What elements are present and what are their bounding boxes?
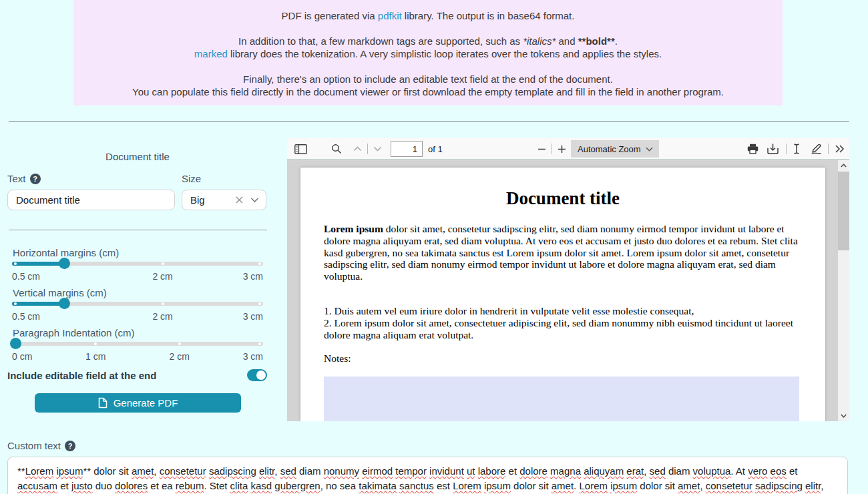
pdf-document-title: Document title — [300, 188, 825, 209]
slider-handle[interactable] — [59, 258, 70, 269]
slider-tick — [162, 262, 164, 265]
slider-tick — [14, 262, 17, 265]
tick-label: 3 cm — [243, 351, 263, 362]
custom-text-label-row: Custom text ? — [7, 440, 75, 451]
slider-label-horizontal-margins: Horizontal margins (cm) — [13, 247, 119, 258]
tick-label: 0.5 cm — [12, 311, 40, 322]
panel-divider — [9, 230, 267, 230]
pdf-toolbar: of 1 Automatic Zoom — [287, 138, 849, 160]
pdf-list: 1. Duis autem vel eum iriure dolor in he… — [324, 305, 801, 340]
zoom-in-button[interactable] — [553, 138, 570, 160]
slider-tick — [94, 342, 97, 345]
viewer-scrollbar[interactable] — [838, 160, 849, 421]
text-field-label: Text — [7, 173, 26, 184]
slider-tick — [258, 342, 261, 345]
info-paragraph-3: Finally, there's an option to include an… — [73, 73, 783, 98]
zoom-level-select[interactable]: Automatic Zoom — [571, 140, 659, 158]
slider-tick — [178, 342, 181, 345]
toolbar-separator — [786, 144, 787, 154]
custom-text-label: Custom text — [7, 440, 61, 451]
scrollbar-thumb[interactable] — [838, 172, 849, 250]
slider-tick — [162, 302, 164, 305]
size-field-label: Size — [182, 173, 201, 184]
zoom-out-button[interactable] — [533, 138, 550, 160]
annotate-pen-button[interactable] — [807, 138, 825, 160]
slider-tick-labels: 0.5 cm 2 cm 3 cm — [12, 271, 263, 282]
tick-label: 3 cm — [243, 311, 263, 322]
generate-pdf-button[interactable]: Generate PDF — [35, 393, 241, 413]
save-button[interactable] — [763, 138, 782, 160]
slider-tick-labels: 0.5 cm 2 cm 3 cm — [12, 311, 263, 322]
help-icon[interactable]: ? — [65, 441, 75, 451]
info-p2-text: In addition to that, a few markdown tags… — [238, 35, 523, 47]
pdf-page: Document title Lorem ipsum dolor sit ame… — [300, 168, 825, 421]
more-tools-button[interactable] — [830, 138, 849, 160]
toolbar-separator — [828, 144, 829, 154]
chevron-down-icon — [646, 147, 653, 152]
slider-fill — [12, 302, 65, 306]
slider-label-paragraph-indentation: Paragraph Indentation (cm) — [13, 327, 135, 338]
horizontal-margins-slider[interactable] — [12, 262, 263, 266]
zoom-level-value: Automatic Zoom — [571, 144, 646, 154]
tick-label: 2 cm — [152, 311, 172, 322]
slider-fill — [12, 262, 65, 266]
sidebar-toggle-button[interactable] — [291, 138, 310, 160]
slider-handle[interactable] — [59, 298, 70, 309]
pdf-paragraph-text: dolor sit amet, consetetur sadipscing el… — [324, 223, 798, 282]
print-button[interactable] — [743, 138, 762, 160]
slider-tick — [258, 262, 261, 265]
pdfkit-link[interactable]: pdfkit — [378, 10, 402, 21]
generate-pdf-label: Generate PDF — [114, 397, 178, 409]
info-paragraph-1: PDF is generated via pdfkit library. The… — [73, 9, 783, 22]
pdf-paragraph: Lorem ipsum dolor sit amet, consetetur s… — [324, 223, 801, 282]
info-p3-line1: Finally, there's an option to include an… — [243, 73, 613, 85]
search-button[interactable] — [327, 138, 346, 160]
title-text-input[interactable] — [7, 190, 175, 210]
help-icon[interactable]: ? — [30, 174, 41, 184]
previous-page-button[interactable] — [349, 138, 366, 160]
editable-field-toggle[interactable] — [247, 369, 267, 381]
text-selection-tool-button[interactable] — [788, 138, 805, 160]
pdf-list-item: 1. Duis autem vel eum iriure dolor in he… — [324, 305, 801, 317]
info-p3-line2: You can populate this field directly in … — [132, 86, 724, 97]
marked-link[interactable]: marked — [194, 48, 228, 59]
info-p2-mid: and — [556, 35, 578, 47]
scroll-up-arrow[interactable] — [838, 160, 849, 171]
pdf-viewer: of 1 Automatic Zoom — [287, 138, 849, 421]
page-number-input[interactable] — [391, 141, 423, 157]
pdf-paragraph-bold: Lorem ipsum — [324, 223, 383, 234]
info-box: PDF is generated via pdfkit library. The… — [73, 0, 783, 105]
panel-heading: Document title — [7, 151, 268, 162]
slider-label-vertical-margins: Vertical margins (cm) — [13, 287, 107, 298]
main-divider — [9, 121, 849, 122]
info-p1-text: PDF is generated via — [282, 10, 378, 21]
scroll-down-arrow[interactable] — [838, 411, 849, 421]
pdf-editable-field[interactable] — [324, 377, 799, 421]
text-field-label-row: Text ? — [7, 173, 41, 184]
paragraph-indentation-slider[interactable] — [12, 342, 263, 346]
custom-text-input[interactable]: **Lorem ipsum** dolor sit amet, consetet… — [7, 457, 848, 494]
vertical-margins-slider[interactable] — [12, 302, 263, 306]
tick-label: 2 cm — [170, 351, 190, 362]
slider-tick — [258, 302, 261, 305]
slider-tick-labels: 0 cm 1 cm 2 cm 3 cm — [12, 351, 263, 362]
tick-label: 2 cm — [152, 271, 172, 282]
slider-handle[interactable] — [10, 338, 21, 349]
tick-label: 3 cm — [243, 271, 263, 282]
pdf-list-item: 2. Lorem ipsum dolor sit amet, consectet… — [324, 317, 801, 341]
toggle-knob — [256, 370, 266, 380]
size-select[interactable]: Big — [182, 190, 266, 210]
page-count-label: of 1 — [428, 138, 443, 160]
size-field-label-row: Size — [182, 173, 201, 184]
clear-icon[interactable] — [235, 196, 244, 204]
info-p2-italics: *italics* — [523, 35, 556, 47]
chevron-down-icon[interactable] — [250, 197, 259, 203]
info-p1-text-after: library. The output is in base64 format. — [402, 10, 575, 21]
pdf-content-area: Document title Lorem ipsum dolor sit ame… — [287, 160, 849, 421]
next-page-button[interactable] — [369, 138, 386, 160]
tick-label: 0.5 cm — [12, 271, 40, 282]
tick-label: 0 cm — [12, 351, 32, 362]
info-p2-end: . — [615, 35, 618, 47]
document-icon — [98, 397, 107, 409]
info-p2-line2: library does the tokenization. A very si… — [228, 48, 662, 59]
